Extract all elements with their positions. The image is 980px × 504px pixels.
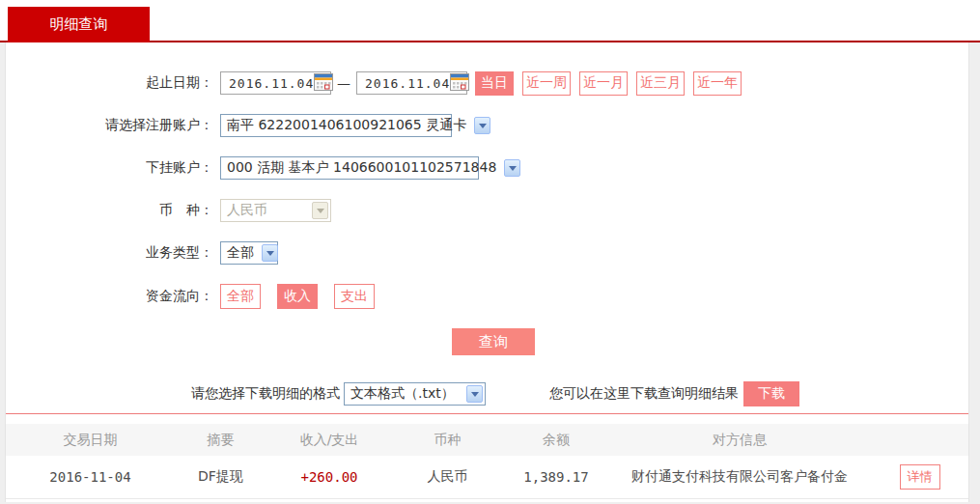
register-account-value: 南平 6222001406100921065 灵通卡: [221, 117, 472, 134]
header-trade-date: 交易日期: [6, 432, 175, 449]
query-button-row: 查询: [6, 328, 968, 355]
currency-select: 人民币: [220, 199, 331, 222]
tab-detail-query[interactable]: 明细查询: [8, 7, 150, 42]
fund-flow-label: 资金流向：: [6, 288, 213, 305]
header-income-expense: 收入/支出: [266, 432, 392, 449]
cell-amount: +260.00: [266, 469, 392, 485]
calendar-icon[interactable]: [450, 73, 469, 94]
download-format-value: 文本格式（.txt）: [345, 385, 464, 403]
sub-account-value: 000 活期 基本户 1406600101102571848: [221, 159, 502, 177]
chevron-down-icon: [466, 385, 483, 403]
calendar-icon[interactable]: [314, 73, 333, 94]
fund-flow-buttons: 全部 收入 支出: [220, 284, 391, 309]
detail-button[interactable]: 详情: [900, 464, 940, 490]
chevron-down-icon: [474, 117, 490, 134]
end-date-input[interactable]: 2016.11.04: [356, 71, 467, 95]
quick-range-buttons: 当日 近一周 近一月 近三月 近一年: [475, 71, 750, 96]
start-date-value: 2016.11.04: [229, 76, 314, 91]
sub-account-select[interactable]: 000 活期 基本户 1406600101102571848: [220, 156, 479, 180]
date-range-label: 起止日期：: [6, 74, 213, 92]
query-button[interactable]: 查询: [452, 328, 535, 355]
cell-trade-date: 2016-11-04: [6, 469, 175, 485]
query-panel: 起止日期： 2016.11.04: [5, 42, 969, 502]
cell-currency: 人民币: [392, 468, 503, 486]
table-row: 2016-11-04 DF提现 +260.00 人民币 1,389.17 财付通…: [6, 456, 968, 499]
quick-button-today[interactable]: 当日: [475, 71, 514, 96]
quick-button-month[interactable]: 近一月: [579, 71, 628, 96]
business-type-select[interactable]: 全部: [220, 241, 278, 265]
results-table: 交易日期 摘要 收入/支出 币种 余额 对方信息 2016-11-04 DF提现…: [6, 413, 968, 499]
cell-summary: DF提现: [175, 468, 266, 486]
quick-button-year[interactable]: 近一年: [693, 71, 742, 96]
currency-label: 币 种：: [6, 202, 213, 219]
header-currency: 币种: [392, 432, 503, 449]
business-type-value: 全部: [221, 244, 260, 262]
header-counterparty: 对方信息: [609, 432, 870, 449]
fund-flow-all-button[interactable]: 全部: [220, 284, 261, 309]
date-range-row: 起止日期： 2016.11.04: [6, 71, 968, 95]
download-hint-text: 您可以在这里下载查询明细结果: [549, 385, 739, 403]
date-range-separator: —: [337, 75, 350, 91]
quick-button-week[interactable]: 近一周: [522, 71, 571, 96]
fund-flow-row: 资金流向： 全部 收入 支出: [6, 284, 968, 309]
business-type-label: 业务类型：: [6, 244, 213, 262]
sub-account-label: 下挂账户：: [6, 159, 213, 177]
sub-account-row: 下挂账户： 000 活期 基本户 1406600101102571848: [6, 156, 968, 180]
currency-value: 人民币: [221, 202, 310, 219]
chevron-down-icon: [504, 159, 520, 177]
cell-counterparty: 财付通支付科技有限公司客户备付金: [609, 468, 870, 486]
register-account-select[interactable]: 南平 6222001406100921065 灵通卡: [220, 114, 452, 137]
download-row: 请您选择下载明细的格式 文本格式（.txt） 您可以在这里下载查询明细结果 下载: [6, 382, 968, 406]
download-format-label: 请您选择下载明细的格式: [191, 385, 340, 403]
header-summary: 摘要: [175, 432, 266, 449]
chevron-down-icon: [312, 202, 328, 219]
start-date-input[interactable]: 2016.11.04: [220, 71, 331, 95]
tab-bar: 明细查询: [0, 0, 980, 42]
download-format-select[interactable]: 文本格式（.txt）: [344, 382, 486, 406]
register-account-row: 请选择注册账户： 南平 6222001406100921065 灵通卡: [6, 114, 968, 137]
fund-flow-income-button[interactable]: 收入: [277, 284, 318, 309]
page: 明细查询 起止日期： 2016.11.04: [0, 0, 980, 502]
currency-row: 币 种： 人民币: [6, 199, 968, 222]
table-header-row: 交易日期 摘要 收入/支出 币种 余额 对方信息: [6, 424, 968, 456]
header-balance: 余额: [503, 432, 609, 449]
download-button[interactable]: 下载: [743, 381, 799, 406]
register-account-label: 请选择注册账户：: [6, 117, 213, 134]
fund-flow-expense-button[interactable]: 支出: [334, 284, 375, 309]
business-type-row: 业务类型： 全部: [6, 241, 968, 265]
quick-button-quarter[interactable]: 近三月: [636, 71, 685, 96]
end-date-value: 2016.11.04: [365, 76, 450, 91]
cell-balance: 1,389.17: [503, 469, 609, 485]
chevron-down-icon: [262, 244, 278, 262]
